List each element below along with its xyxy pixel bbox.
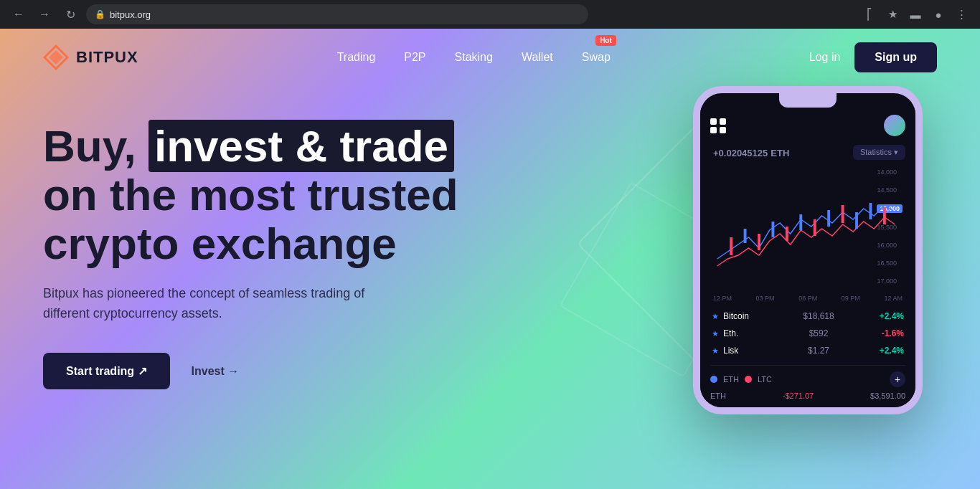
statistics-button[interactable]: Statistics ▾: [853, 145, 905, 160]
bitcoin-price: $18,618: [801, 311, 837, 321]
eth-change: -1.6%: [875, 328, 904, 338]
hero-section: Buy, invest & trade on the most trusted …: [0, 86, 980, 414]
ltc-tab-label[interactable]: LTC: [758, 375, 772, 384]
chart-area: 14,000 14,500 15,000 15,500 16,000 16,50…: [710, 166, 905, 288]
nav-auth: Log in Sign up: [809, 42, 937, 72]
nav-staking[interactable]: Staking: [455, 51, 493, 63]
hero-title-part3: crypto exchange: [43, 219, 397, 268]
refresh-button[interactable]: ↻: [60, 4, 80, 24]
forward-button[interactable]: →: [34, 4, 55, 24]
login-button[interactable]: Log in: [809, 51, 841, 64]
phone-avatar: [884, 115, 905, 136]
hero-buttons: Start trading ↗ Invest →: [43, 353, 679, 389]
back-button[interactable]: ←: [9, 4, 29, 24]
chart-x-labels: 12 PM 03 PM 06 PM 09 PM 12 AM: [710, 293, 905, 303]
browser-right-icons: ⎡ ★ ▬ ● ⋮: [859, 4, 971, 24]
lock-icon: 🔒: [95, 9, 105, 19]
ltc-tab-dot: [745, 376, 752, 383]
nav-trading[interactable]: Trading: [337, 51, 376, 63]
crypto-item-bitcoin: ★ Bitcoin $18,618 +2.4%: [710, 308, 905, 325]
crypto-name-lisk: Lisk: [723, 346, 738, 356]
grid-icon: [710, 118, 726, 133]
chart-svg: [710, 166, 905, 288]
website-body: BITPUX Trading P2P Staking Wallet Hot Sw…: [0, 29, 980, 489]
logo-link[interactable]: BITPUX: [43, 44, 138, 70]
start-trading-button[interactable]: Start trading ↗: [43, 353, 170, 389]
browser-chrome: ← → ↻ 🔒 bitpux.org ⎡ ★ ▬ ● ⋮: [0, 0, 980, 29]
phone-tabs: ETH LTC +: [710, 371, 905, 387]
phone-mockup: +0.02045125ETH Statistics ▾ 14,000 14,50…: [693, 86, 923, 414]
lisk-change: +2.4%: [875, 346, 904, 356]
star-icon-eth: ★: [712, 329, 719, 338]
eth-tab-label[interactable]: ETH: [723, 375, 739, 384]
star-icon: ★: [712, 312, 719, 321]
add-tab-button[interactable]: +: [890, 371, 905, 387]
eth-price: $592: [801, 328, 837, 338]
hero-title: Buy, invest & trade on the most trusted …: [43, 122, 679, 269]
signup-button[interactable]: Sign up: [854, 42, 937, 72]
share-icon[interactable]: ⎡: [859, 4, 880, 24]
phone-inner: +0.02045125ETH Statistics ▾ 14,000 14,50…: [700, 108, 915, 407]
hero-subtitle: Bitpux has pioneered the concept of seam…: [43, 283, 387, 325]
hot-badge: Hot: [595, 35, 616, 46]
nav-links: Trading P2P Staking Wallet Hot Swap: [337, 51, 611, 64]
crypto-item-lisk: ★ Lisk $1.27 +2.4%: [710, 342, 905, 359]
logo-icon: [43, 44, 69, 70]
hero-content: Buy, invest & trade on the most trusted …: [43, 100, 679, 414]
crypto-list: ★ Bitcoin $18,618 +2.4% ★ Eth. $592: [710, 308, 905, 359]
hero-title-part2: on the most trusted: [43, 170, 458, 219]
eth-tab-dot: [710, 376, 717, 383]
phone-bottom-row: ETH -$271.07 $3,591.00: [710, 391, 905, 400]
invest-button[interactable]: Invest →: [192, 365, 240, 378]
phone-notch: [779, 93, 837, 108]
bottom-eth-val: -$271.07: [783, 391, 814, 400]
phone-balance: +0.02045125ETH: [710, 143, 789, 160]
navbar: BITPUX Trading P2P Staking Wallet Hot Sw…: [0, 29, 980, 86]
extensions-icon[interactable]: ▬: [905, 4, 925, 24]
bottom-eth-label: ETH: [710, 391, 726, 400]
balance-value: +0.02045125: [713, 148, 768, 158]
phone-header: [710, 115, 905, 136]
hero-title-part1: Buy,: [43, 121, 149, 171]
nav-p2p[interactable]: P2P: [404, 51, 425, 63]
phone-mockup-container: +0.02045125ETH Statistics ▾ 14,000 14,50…: [679, 86, 937, 414]
bitcoin-change: +2.4%: [875, 311, 904, 321]
phone-bottom: ETH LTC + ETH -$271.07 $3,591.00: [710, 365, 905, 400]
crypto-name-eth: Eth.: [723, 328, 738, 338]
address-bar[interactable]: 🔒 bitpux.org: [86, 4, 588, 24]
lisk-price: $1.27: [801, 346, 837, 356]
hero-title-highlight: invest & trade: [149, 120, 454, 172]
bookmark-icon[interactable]: ★: [882, 4, 903, 24]
star-icon-lisk: ★: [712, 346, 719, 356]
nav-swap[interactable]: Swap: [582, 51, 611, 63]
profile-icon[interactable]: ●: [928, 4, 948, 24]
logo-text: BITPUX: [76, 48, 138, 67]
crypto-name-bitcoin: Bitcoin: [723, 311, 749, 321]
crypto-item-eth: ★ Eth. $592 -1.6%: [710, 325, 905, 342]
url-text: bitpux.org: [110, 9, 151, 20]
menu-icon[interactable]: ⋮: [951, 4, 971, 24]
bottom-total-val: $3,591.00: [870, 391, 905, 400]
nav-wallet[interactable]: Wallet: [522, 51, 553, 63]
